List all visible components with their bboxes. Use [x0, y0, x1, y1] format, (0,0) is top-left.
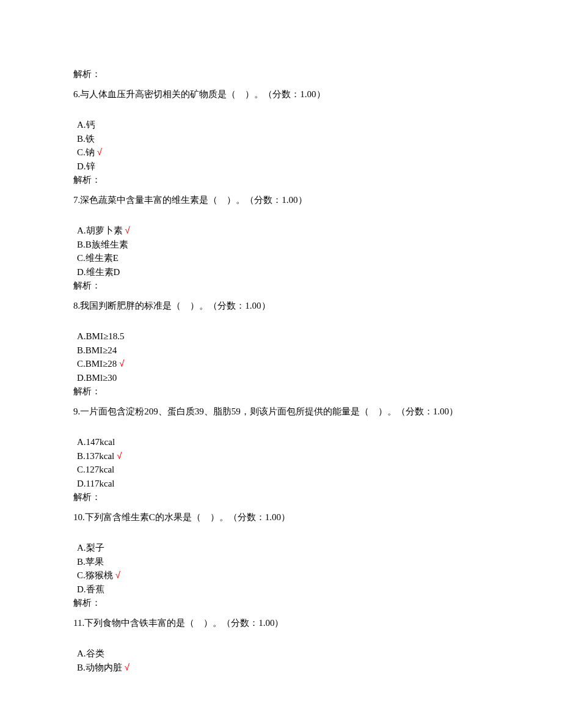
page-root: 解析： 6.与人体血压升高密切相关的矿物质是（ ）。（分数：1.00） A.钙 …: [0, 0, 562, 728]
option-text: B.苹果: [77, 557, 104, 567]
question-stem: 11.下列食物中含铁丰富的是（ ）。（分数：1.00）: [73, 616, 489, 630]
analysis-label: 解析：: [73, 384, 489, 399]
check-icon: √: [122, 662, 130, 672]
question-stem: 7.深色蔬菜中含量丰富的维生素是（ ）。（分数：1.00）: [73, 193, 489, 207]
option-d: D.BMl≥30: [77, 371, 489, 385]
option-c: C.维生素E: [77, 251, 489, 265]
option-text: D.117kcal: [77, 479, 115, 488]
option-b: B.137kcal√: [77, 449, 489, 463]
option-c: C.BMI≥28√: [77, 357, 489, 371]
analysis-label: 解析：: [73, 67, 489, 81]
option-b: B.BMI≥24: [77, 344, 489, 358]
question-10: 10.下列富含维生素C的水果是（ ）。（分数：1.00） A.梨子 B.苹果 C…: [73, 510, 489, 610]
check-icon: √: [114, 450, 122, 461]
option-a: A.钙: [77, 118, 489, 132]
options-group: A.147kcal B.137kcal√ C.127kcal D.117kcal: [77, 435, 489, 490]
analysis-label: 解析：: [73, 596, 489, 610]
question-stem: 8.我国判断肥胖的标准是（ ）。（分数：1.00）: [73, 299, 489, 313]
option-text: A.胡萝卜素: [77, 226, 123, 235]
option-c: C.猕猴桃√: [77, 568, 489, 583]
check-icon: √: [95, 147, 102, 157]
options-group: A.谷类 B.动物内脏√: [77, 647, 489, 674]
option-text: D.BMl≥30: [77, 373, 117, 383]
option-b: B.B族维生素: [77, 238, 489, 252]
option-text: A.钙: [77, 120, 95, 130]
option-text: A.BMI≥18.5: [77, 331, 124, 341]
option-d: D.维生素D: [77, 265, 489, 279]
question-8: 8.我国判断肥胖的标准是（ ）。（分数：1.00） A.BMI≥18.5 B.B…: [73, 299, 489, 399]
check-icon: √: [117, 358, 124, 369]
option-b: B.动物内脏√: [77, 661, 489, 675]
option-text: C.维生素E: [77, 253, 119, 263]
option-d: D.香蕉: [77, 583, 489, 597]
question-stem: 10.下列富含维生素C的水果是（ ）。（分数：1.00）: [73, 510, 489, 524]
option-b: B.铁: [77, 132, 489, 146]
option-text: D.维生素D: [77, 267, 120, 277]
option-d: D.117kcal: [77, 477, 489, 491]
option-a: A.谷类: [77, 647, 489, 661]
option-text: B.动物内脏: [77, 663, 122, 672]
option-a: A.147kcal: [77, 435, 489, 449]
check-icon: √: [113, 570, 120, 580]
option-c: C.钠√: [77, 145, 489, 160]
option-text: C.猕猴桃: [77, 570, 113, 580]
option-b: B.苹果: [77, 555, 489, 569]
options-group: A.胡萝卜素√ B.B族维生素 C.维生素E D.维生素D: [77, 224, 489, 279]
analysis-label: 解析：: [73, 279, 489, 293]
question-11: 11.下列食物中含铁丰富的是（ ）。（分数：1.00） A.谷类 B.动物内脏√: [73, 616, 489, 675]
options-group: A.梨子 B.苹果 C.猕猴桃√ D.香蕉: [77, 541, 489, 596]
option-d: D.锌: [77, 160, 489, 174]
option-text: A.147kcal: [77, 437, 115, 447]
option-text: B.BMI≥24: [77, 345, 117, 355]
option-a: A.BMI≥18.5: [77, 329, 489, 344]
option-c: C.127kcal: [77, 463, 489, 477]
analysis-label: 解析：: [73, 490, 489, 504]
option-text: B.B族维生素: [77, 240, 128, 249]
option-text: A.谷类: [77, 649, 104, 658]
question-9: 9.一片面包含淀粉209、蛋白质39、脂肪59，则该片面包所提供的能量是（ ）。…: [73, 405, 489, 504]
options-group: A.BMI≥18.5 B.BMI≥24 C.BMI≥28√ D.BMl≥30: [77, 329, 489, 384]
options-group: A.钙 B.铁 C.钠√ D.锌: [77, 118, 489, 173]
check-icon: √: [123, 225, 130, 235]
option-text: A.梨子: [77, 543, 104, 553]
analysis-label: 解析：: [73, 173, 489, 187]
option-text: D.香蕉: [77, 584, 104, 594]
question-stem: 6.与人体血压升高密切相关的矿物质是（ ）。（分数：1.00）: [73, 87, 489, 101]
question-7: 7.深色蔬菜中含量丰富的维生素是（ ）。（分数：1.00） A.胡萝卜素√ B.…: [73, 193, 489, 293]
option-a: A.梨子: [77, 541, 489, 555]
option-text: C.钠: [77, 147, 95, 157]
question-stem: 9.一片面包含淀粉209、蛋白质39、脂肪59，则该片面包所提供的能量是（ ）。…: [73, 405, 489, 419]
option-text: C.BMI≥28: [77, 359, 117, 369]
question-6: 6.与人体血压升高密切相关的矿物质是（ ）。（分数：1.00） A.钙 B.铁 …: [73, 87, 489, 187]
option-text: B.137kcal: [77, 451, 114, 461]
option-text: B.铁: [77, 134, 95, 144]
option-text: C.127kcal: [77, 465, 114, 474]
option-text: D.锌: [77, 161, 95, 171]
option-a: A.胡萝卜素√: [77, 224, 489, 238]
q5-tail: 解析：: [73, 67, 489, 81]
